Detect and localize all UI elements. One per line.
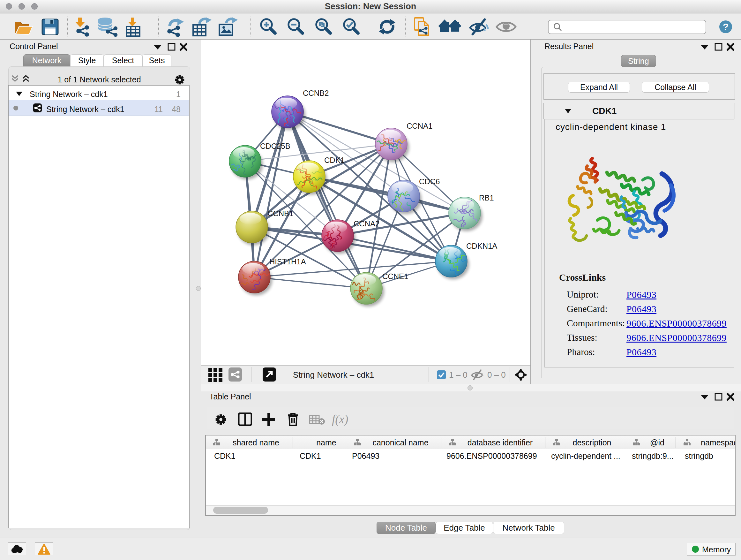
svg-text:CDK1: CDK1 xyxy=(324,156,345,165)
svg-text:CCNB2: CCNB2 xyxy=(303,89,329,98)
svg-text:CCNB1: CCNB1 xyxy=(267,209,293,218)
svg-text:RB1: RB1 xyxy=(479,193,494,202)
svg-text:CDC25B: CDC25B xyxy=(260,142,290,150)
svg-text:CCNA1: CCNA1 xyxy=(407,122,432,130)
svg-text:CDC6: CDC6 xyxy=(419,177,440,186)
svg-text:CCNE1: CCNE1 xyxy=(382,272,408,281)
svg-text:CDKN1A: CDKN1A xyxy=(466,242,497,250)
svg-text:CCNA2: CCNA2 xyxy=(354,219,380,228)
svg-text:HIST1H1A: HIST1H1A xyxy=(269,257,306,266)
